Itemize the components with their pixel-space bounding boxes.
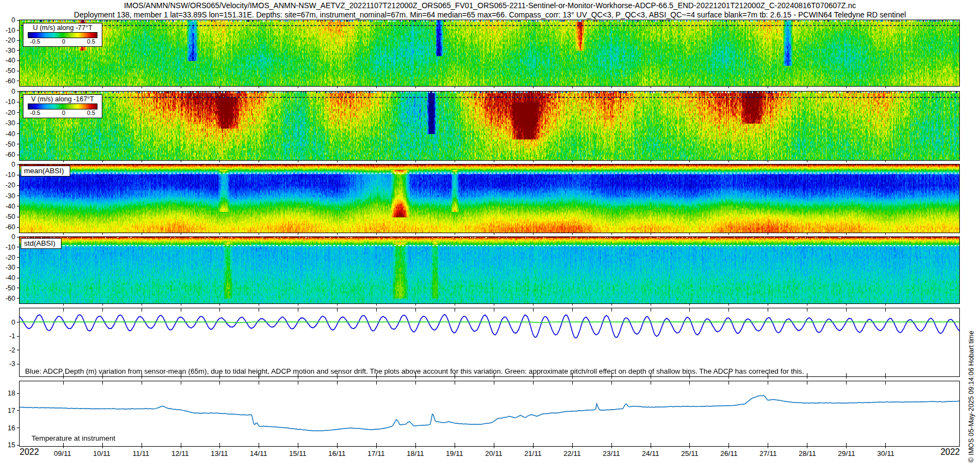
adcp-figure: IMOS/ANMN/NSW/ORS065/Velocity/IMOS_ANMN-… bbox=[0, 0, 980, 463]
depth-variation-line-panel: Blue: ADCP Depth (m) variation from sens… bbox=[19, 308, 960, 377]
x-axis-date-label: 25/11 bbox=[681, 449, 699, 458]
x-axis-tick bbox=[572, 160, 573, 162]
x-axis-tick bbox=[728, 233, 729, 235]
y-axis-tick-label: -30 bbox=[5, 192, 15, 200]
x-axis-tick bbox=[337, 233, 338, 235]
x-axis-tick bbox=[494, 303, 494, 306]
y-axis-tick-label: -1 bbox=[9, 332, 15, 340]
x-axis-tick bbox=[102, 160, 103, 162]
x-axis-tick bbox=[142, 446, 142, 448]
x-axis-date-label: 13/11 bbox=[211, 449, 228, 458]
x-axis-tick bbox=[807, 86, 807, 88]
x-axis-date-label: 28/11 bbox=[799, 449, 816, 458]
x-axis-date-label: 26/11 bbox=[720, 449, 738, 458]
temperature-label: Temperature at instrument bbox=[32, 434, 115, 442]
x-axis-tick bbox=[885, 303, 886, 306]
u-colorbar-ticks: -0.5 0 0.5 bbox=[28, 38, 97, 45]
mean-absi-label: mean(ABSI) bbox=[21, 166, 70, 176]
y-axis-tick bbox=[17, 350, 20, 350]
x-axis-tick bbox=[455, 233, 455, 235]
x-axis-tick bbox=[846, 86, 847, 88]
y-axis-tick-label: -60 bbox=[5, 77, 15, 85]
x-axis-tick bbox=[494, 86, 494, 88]
x-axis-date-label: 29/11 bbox=[838, 449, 855, 458]
y-axis-tick bbox=[17, 155, 20, 155]
y-axis-tick-label: -30 bbox=[5, 119, 15, 127]
y-axis-tick bbox=[17, 165, 20, 165]
x-axis-tick bbox=[885, 446, 886, 448]
x-axis-tick bbox=[298, 446, 298, 448]
x-axis-tick bbox=[885, 233, 886, 235]
y-axis-tick bbox=[17, 393, 20, 394]
x-axis-date-label: 22/11 bbox=[564, 449, 581, 458]
x-axis-tick bbox=[611, 233, 612, 235]
std-absi-heatmap-panel: std(ABSI) 0-10-20-30-40-50-60 bbox=[19, 236, 960, 304]
y-axis-tick bbox=[17, 247, 20, 247]
y-axis-tick-label: -40 bbox=[5, 130, 15, 138]
x-axis-tick bbox=[376, 446, 377, 448]
x-axis-tick bbox=[728, 303, 729, 306]
y-axis-tick-label: -50 bbox=[5, 67, 15, 75]
u-colorbar-legend: U (m/s) along -77°T -0.5 0 0.5 bbox=[23, 23, 102, 47]
x-axis-tick bbox=[494, 160, 494, 162]
y-axis-tick bbox=[17, 50, 20, 51]
x-axis-tick bbox=[181, 233, 181, 235]
y-axis-tick bbox=[17, 257, 20, 258]
x-axis-tick bbox=[494, 376, 494, 379]
x-axis-tick bbox=[846, 303, 847, 306]
y-axis-tick-label: -50 bbox=[5, 284, 15, 292]
x-axis-tick bbox=[689, 303, 690, 306]
u-velocity-heatmap-canvas bbox=[20, 20, 959, 86]
x-axis-tick bbox=[102, 446, 103, 448]
std-absi-heatmap-canvas bbox=[20, 237, 959, 303]
x-axis-tick bbox=[728, 86, 729, 88]
x-axis-tick bbox=[102, 303, 103, 306]
v-velocity-heatmap-panel: V (m/s) along -167°T -0.5 0 0.5 0-10-20-… bbox=[19, 91, 960, 161]
y-axis-tick-label: -50 bbox=[5, 141, 15, 148]
temperature-line-panel: Temperature at instrument 18171615 bbox=[19, 381, 960, 447]
u-colorbar-gradient bbox=[28, 32, 97, 38]
y-axis-tick bbox=[17, 227, 20, 228]
y-axis-tick bbox=[17, 298, 20, 298]
x-axis-tick bbox=[807, 233, 807, 235]
x-axis-tick bbox=[219, 233, 220, 235]
x-axis-tick bbox=[768, 160, 768, 162]
y-axis-tick bbox=[17, 81, 20, 81]
y-axis-tick bbox=[17, 278, 20, 278]
mean-absi-heatmap-panel: mean(ABSI) 0-10-20-30-40-50-60 bbox=[19, 164, 960, 233]
x-axis-date-label: 23/11 bbox=[603, 449, 620, 458]
x-axis-tick bbox=[415, 160, 416, 162]
v-colorbar-tick-max: 0.5 bbox=[87, 109, 95, 116]
y-axis-tick bbox=[17, 410, 20, 411]
x-axis-tick bbox=[494, 233, 494, 235]
u-colorbar-tick-min: -0.5 bbox=[30, 38, 40, 45]
x-axis-tick bbox=[885, 160, 886, 162]
y-axis-tick bbox=[17, 71, 20, 71]
y-axis-tick-label: -60 bbox=[5, 295, 15, 302]
x-axis-tick bbox=[768, 446, 768, 448]
x-axis-tick bbox=[611, 86, 612, 88]
y-axis-tick bbox=[17, 20, 20, 21]
x-axis-tick bbox=[807, 303, 807, 306]
y-axis-tick-label: -20 bbox=[5, 109, 15, 117]
y-axis-tick-label: 0 bbox=[11, 319, 15, 326]
y-axis-tick bbox=[17, 196, 20, 196]
y-axis-tick-label: -50 bbox=[5, 213, 15, 221]
y-axis-tick-label: -20 bbox=[5, 36, 15, 44]
x-axis-tick bbox=[219, 376, 220, 379]
x-axis-tick bbox=[572, 233, 573, 235]
x-axis-tick bbox=[455, 86, 455, 88]
std-absi-label: std(ABSI) bbox=[21, 238, 62, 249]
x-axis-date-label: 21/11 bbox=[524, 449, 542, 458]
imos-copyright-timestamp: © IMOS 05-May-2025 09:14:06 Hobart time bbox=[967, 331, 975, 462]
y-axis-tick-label: 18 bbox=[8, 389, 15, 397]
x-axis-tick bbox=[651, 233, 651, 235]
x-axis-year-left: 2022 bbox=[20, 447, 39, 457]
y-axis-tick bbox=[17, 428, 20, 428]
x-axis-date-label: 12/11 bbox=[171, 449, 189, 458]
y-axis-tick-label: 0 bbox=[11, 88, 15, 95]
x-axis-tick bbox=[63, 160, 64, 162]
x-axis-tick bbox=[298, 86, 298, 88]
x-axis-tick bbox=[494, 446, 494, 448]
x-axis-tick bbox=[376, 303, 377, 306]
